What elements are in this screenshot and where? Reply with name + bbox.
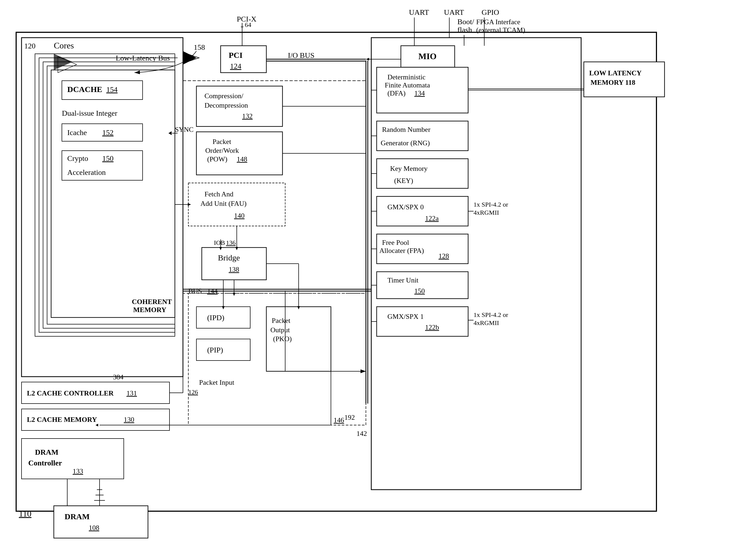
icache-number: 152 — [102, 128, 113, 137]
dfa-label1: Deterministic — [388, 73, 426, 81]
crypto-number: 150 — [102, 154, 113, 162]
llm-label2: MEMORY 118 — [591, 79, 635, 86]
fau-label1: Fetch And — [204, 190, 233, 198]
packet-input-label: Packet Input — [199, 379, 234, 386]
dfa-label2: Finite Automata — [385, 81, 430, 89]
pko-label1: Packet — [272, 317, 290, 325]
flash-label: flash — [457, 26, 472, 34]
uart1-label: UART — [409, 8, 429, 16]
fau-number: 140 — [234, 212, 244, 219]
gmx0-label: GMX/SPX 0 — [388, 203, 424, 211]
crypto-label: Crypto — [67, 154, 88, 162]
key-label1: Key Memory — [390, 165, 428, 172]
boot-label: Boot/ — [457, 17, 474, 26]
fpga-label: FPGA Interface — [476, 18, 520, 26]
l2mem-number: 130 — [124, 416, 134, 424]
num-158: 158 — [194, 43, 205, 51]
cores-label: Cores — [54, 41, 74, 50]
fpa-label1: Free Pool — [382, 238, 409, 246]
svg-rect-32 — [376, 196, 468, 226]
dram-label: DRAM — [65, 512, 90, 521]
rng-label2: Generator (RNG) — [381, 139, 430, 147]
compress-number: 132 — [242, 112, 253, 120]
svg-rect-18 — [221, 46, 266, 73]
num-192: 192 — [344, 414, 355, 421]
fau-label2: Add Unit (FAU) — [200, 200, 246, 207]
pow-label3: (POW) — [207, 155, 227, 163]
diagram-container: 110 Cores 120 DCACHE 154 Dual-issue Inte… — [0, 0, 756, 551]
ipd-label: (IPD) — [207, 314, 224, 322]
pko-label2: Output — [270, 326, 290, 334]
svg-rect-47 — [196, 339, 250, 361]
key-label2: (KEY) — [394, 177, 413, 184]
spi2-label2: 4xRGMII — [474, 319, 499, 326]
pci-label: PCI — [229, 51, 243, 59]
compress-label1: Compression/ — [204, 92, 243, 100]
coherent-mem-label2: MEMORY — [133, 306, 166, 314]
sync-label: SYNC — [175, 126, 193, 133]
l2ctrl-number: 131 — [126, 389, 137, 397]
dram-ctrl-number: 133 — [73, 467, 83, 475]
pow-label1: Packet — [212, 138, 231, 145]
crypto-accel-label: Acceleration — [67, 168, 106, 176]
dram-ctrl-label1: DRAM — [35, 448, 58, 456]
svg-rect-52 — [54, 506, 148, 538]
pow-label2: Order/Work — [205, 147, 239, 154]
llm-label1: LOW LATENCY — [589, 69, 642, 77]
timer-number: 150 — [414, 287, 425, 295]
svg-rect-31 — [376, 159, 468, 188]
io-bus-label: I/O BUS — [288, 51, 314, 59]
num-384: 384 — [113, 373, 123, 381]
svg-rect-42 — [202, 247, 266, 280]
bridge-number: 138 — [229, 265, 239, 273]
num-126: 126 — [188, 389, 198, 396]
mio-label: MIO — [419, 51, 437, 61]
timer-label: Timer Unit — [388, 276, 419, 284]
dram-ctrl-label2: Controller — [28, 459, 62, 467]
l2mem-label: L2 CACHE MEMORY — [27, 416, 97, 424]
spi1-label2: 4xRGMII — [474, 209, 499, 216]
pip-label: (PIP) — [207, 346, 223, 354]
gmx0-number: 122a — [425, 214, 439, 222]
iob-label: IOB — [214, 239, 225, 246]
rng-label1: Random Number — [382, 126, 431, 133]
icache-label: Icache — [67, 128, 87, 137]
spi2-label1: 1x SPI-4.2 or — [474, 311, 508, 318]
svg-rect-36 — [376, 307, 468, 336]
spi1-label1: 1x SPI-4.2 or — [474, 201, 508, 208]
num-142: 142 — [356, 430, 367, 438]
coherent-mem-label1: COHERENT — [132, 298, 172, 306]
dcache-number: 154 — [106, 85, 118, 94]
cores-number: 120 — [24, 42, 35, 50]
gmx1-label: GMX/SPX 1 — [388, 313, 424, 321]
uart2-label: UART — [444, 8, 464, 16]
dfa-number: 134 — [414, 89, 425, 97]
fpa-number: 128 — [439, 252, 449, 260]
gpio-label: GPIO — [482, 8, 499, 16]
num-146: 146 — [333, 416, 344, 424]
dram-number: 108 — [89, 524, 99, 532]
bridge-label: Bridge — [218, 253, 240, 262]
dual-issue-label: Dual-issue Integer — [62, 109, 118, 117]
dcache-label: DCACHE — [67, 85, 102, 94]
num-136: 136 — [226, 239, 236, 246]
fpga-label2: (external TCAM) — [476, 26, 525, 34]
pow-number: 148 — [237, 155, 247, 163]
chip-number: 110 — [19, 509, 31, 518]
pcix-64: 64 — [245, 21, 251, 28]
pci-number: 124 — [230, 62, 241, 70]
gmx1-number: 122b — [425, 324, 439, 331]
l2ctrl-label: L2 CACHE CONTROLLER — [27, 389, 113, 397]
dfa-label3: (DFA) — [388, 89, 406, 97]
compress-label2: Decompression — [204, 101, 248, 109]
fpa-label2: Allocater (FPA) — [380, 247, 424, 254]
pko-label3: (PKO) — [273, 335, 292, 343]
